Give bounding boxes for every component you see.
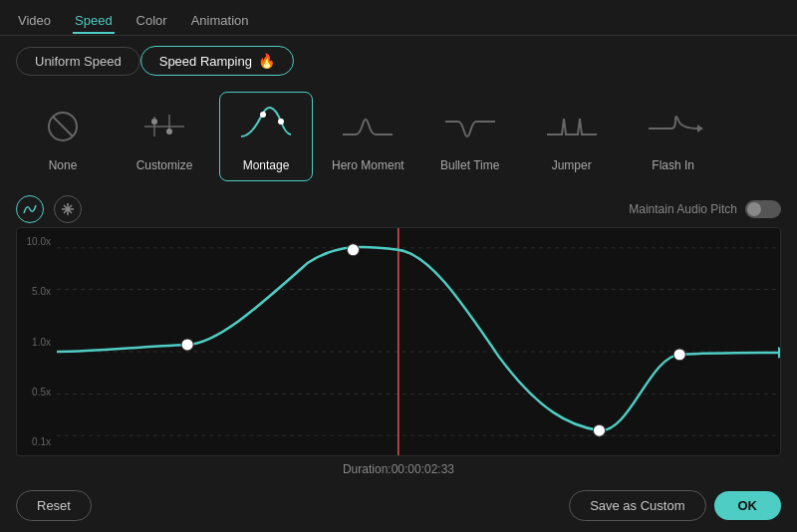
svg-point-6 — [166, 129, 172, 134]
duration-bar: Duration:00:00:02:33 — [0, 456, 797, 482]
preset-montage-icon — [230, 101, 302, 152]
save-custom-button[interactable]: Save as Custom — [569, 490, 705, 521]
svg-point-8 — [278, 119, 284, 125]
presets-row: None Customize Montage — [0, 86, 797, 191]
graph-container: 10.0x 5.0x 1.0x 0.5x 0.1x — [16, 227, 781, 456]
preset-hero-moment-label: Hero Moment — [332, 158, 404, 172]
duration-text: Duration:00:00:02:33 — [343, 462, 454, 476]
preset-none-label: None — [49, 158, 78, 172]
maintain-audio-label: Maintain Audio Pitch — [629, 202, 737, 216]
tab-color[interactable]: Color — [134, 9, 169, 34]
svg-point-5 — [151, 119, 157, 125]
graph-inner — [57, 228, 780, 455]
svg-point-24 — [673, 349, 685, 361]
preset-hero-moment-icon — [332, 101, 403, 152]
freeze-button[interactable] — [54, 195, 82, 223]
preset-flash-in-icon — [638, 101, 709, 152]
svg-marker-20 — [778, 347, 780, 359]
svg-point-23 — [593, 424, 605, 436]
preset-none[interactable]: None — [16, 92, 110, 181]
preset-bullet-time-icon — [434, 101, 506, 152]
svg-point-22 — [347, 244, 359, 256]
y-label-10x: 10.0x — [17, 236, 57, 247]
reset-button[interactable]: Reset — [16, 490, 92, 521]
y-label-0-1x: 0.1x — [17, 436, 57, 447]
preset-flash-in[interactable]: Flash In — [627, 92, 720, 181]
preset-montage-label: Montage — [243, 158, 290, 172]
preset-jumper-label: Jumper — [552, 158, 592, 172]
preset-jumper-icon — [536, 101, 608, 152]
preset-bullet-time-label: Bullet Time — [440, 158, 499, 172]
tab-animation[interactable]: Animation — [189, 9, 251, 34]
preset-none-icon — [27, 101, 99, 152]
speed-toggle-row: Uniform Speed Speed Ramping 🔥 — [0, 36, 797, 86]
preset-customize[interactable]: Customize — [118, 92, 211, 181]
preset-jumper[interactable]: Jumper — [525, 92, 619, 181]
preset-customize-icon — [129, 101, 200, 152]
svg-line-1 — [53, 117, 73, 136]
controls-row: Maintain Audio Pitch — [0, 191, 797, 227]
y-axis-labels: 10.0x 5.0x 1.0x 0.5x 0.1x — [17, 228, 57, 455]
svg-marker-9 — [697, 125, 703, 133]
preset-hero-moment[interactable]: Hero Moment — [321, 92, 415, 181]
fire-icon: 🔥 — [258, 53, 275, 69]
y-label-1x: 1.0x — [17, 337, 57, 348]
tab-video[interactable]: Video — [16, 9, 53, 34]
preset-customize-label: Customize — [136, 158, 193, 172]
curve-button[interactable] — [16, 195, 44, 223]
preset-bullet-time[interactable]: Bullet Time — [423, 92, 517, 181]
speed-ramping-button[interactable]: Speed Ramping 🔥 — [140, 46, 294, 76]
bottom-bar: Reset Save as Custom OK — [0, 482, 797, 529]
y-label-0-5x: 0.5x — [17, 387, 57, 398]
tab-speed[interactable]: Speed — [73, 9, 115, 34]
maintain-audio-control: Maintain Audio Pitch — [629, 200, 781, 218]
svg-point-7 — [260, 112, 266, 118]
top-nav: Video Speed Color Animation — [0, 0, 797, 36]
y-label-5x: 5.0x — [17, 286, 57, 297]
preset-montage[interactable]: Montage — [219, 92, 313, 181]
maintain-audio-toggle[interactable] — [745, 200, 781, 218]
uniform-speed-button[interactable]: Uniform Speed — [16, 47, 140, 76]
preset-flash-in-label: Flash In — [652, 158, 694, 172]
svg-point-21 — [181, 339, 193, 351]
ok-button[interactable]: OK — [714, 491, 782, 520]
